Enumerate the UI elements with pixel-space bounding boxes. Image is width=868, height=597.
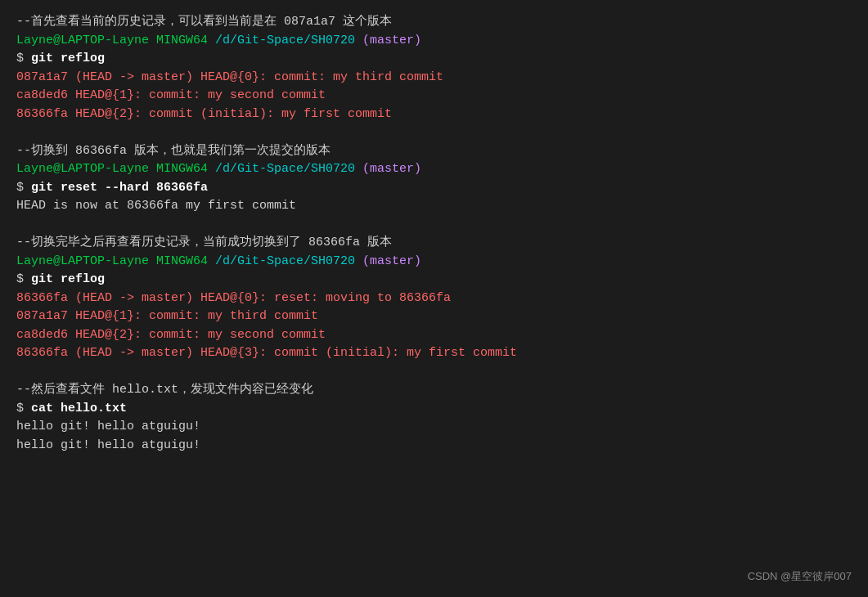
cmd-text: cat hello.txt xyxy=(31,402,127,415)
prompt-user: Layne@LAPTOP-Layne xyxy=(16,34,156,47)
prompt-user: Layne@LAPTOP-Layne xyxy=(16,162,156,176)
prompt-dir: MINGW64 xyxy=(156,162,215,176)
terminal-window: --首先查看当前的历史记录，可以看到当前是在 087a1a7 这个版本Layne… xyxy=(0,0,868,597)
prompt-path: /d/Git-Space/SH0720 xyxy=(215,162,362,176)
terminal-line: 087a1a7 (HEAD -> master) HEAD@{0}: commi… xyxy=(16,69,852,88)
cmd-text: git reset --hard 86366fa xyxy=(31,181,208,195)
terminal-line: Layne@LAPTOP-Layne MINGW64 /d/Git-Space/… xyxy=(16,160,852,179)
terminal-line: --然后查看文件 hello.txt，发现文件内容已经变化 xyxy=(16,381,852,400)
cmd-dollar: $ xyxy=(16,52,31,65)
prompt-dir: MINGW64 xyxy=(156,254,215,268)
terminal-line: --切换完毕之后再查看历史记录，当前成功切换到了 86366fa 版本 xyxy=(16,234,852,253)
cmd-text: git reflog xyxy=(31,52,105,65)
terminal-line: --首先查看当前的历史记录，可以看到当前是在 087a1a7 这个版本 xyxy=(16,13,852,32)
prompt-path: /d/Git-Space/SH0720 xyxy=(215,254,362,268)
terminal-line: 087a1a7 HEAD@{1}: commit: my third commi… xyxy=(16,307,852,326)
terminal-line: hello git! hello atguigu! xyxy=(16,437,852,456)
terminal-line: 86366fa (HEAD -> master) HEAD@{3}: commi… xyxy=(16,344,852,363)
terminal-line xyxy=(16,123,852,142)
prompt-path: /d/Git-Space/SH0720 xyxy=(215,34,362,47)
prompt-dir: MINGW64 xyxy=(156,34,215,47)
terminal-line: $ cat hello.txt xyxy=(16,400,852,419)
prompt-branch: (master) xyxy=(362,162,421,176)
terminal-line: HEAD is now at 86366fa my first commit xyxy=(16,197,852,216)
cmd-dollar: $ xyxy=(16,402,31,415)
terminal-content: --首先查看当前的历史记录，可以看到当前是在 087a1a7 这个版本Layne… xyxy=(16,13,852,455)
watermark: CSDN @星空彼岸007 xyxy=(748,568,852,585)
terminal-line xyxy=(16,216,852,235)
terminal-line: ca8ded6 HEAD@{1}: commit: my second comm… xyxy=(16,87,852,105)
terminal-line: 86366fa (HEAD -> master) HEAD@{0}: reset… xyxy=(16,290,852,308)
prompt-user: Layne@LAPTOP-Layne xyxy=(16,254,156,268)
terminal-line: $ git reflog xyxy=(16,50,852,69)
terminal-line: hello git! hello atguigu! xyxy=(16,418,852,437)
prompt-branch: (master) xyxy=(362,254,421,268)
cmd-dollar: $ xyxy=(16,272,31,286)
terminal-line: 86366fa HEAD@{2}: commit (initial): my f… xyxy=(16,105,852,124)
terminal-line: $ git reset --hard 86366fa xyxy=(16,179,852,198)
terminal-line: $ git reflog xyxy=(16,271,852,290)
terminal-line: Layne@LAPTOP-Layne MINGW64 /d/Git-Space/… xyxy=(16,253,852,272)
cmd-text: git reflog xyxy=(31,272,105,286)
terminal-line: Layne@LAPTOP-Layne MINGW64 /d/Git-Space/… xyxy=(16,32,852,51)
terminal-line: ca8ded6 HEAD@{2}: commit: my second comm… xyxy=(16,326,852,345)
terminal-line: --切换到 86366fa 版本，也就是我们第一次提交的版本 xyxy=(16,142,852,161)
cmd-dollar: $ xyxy=(16,181,31,195)
terminal-line xyxy=(16,363,852,382)
prompt-branch: (master) xyxy=(362,34,421,47)
